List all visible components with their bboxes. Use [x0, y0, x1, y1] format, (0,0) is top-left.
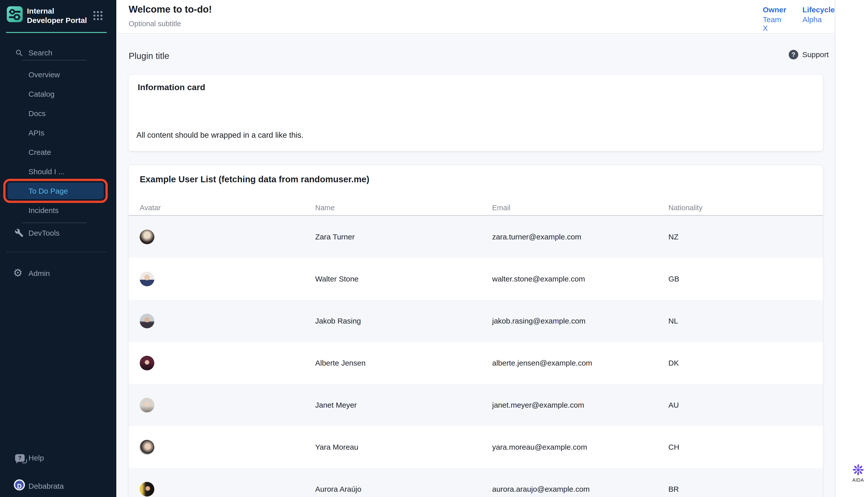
- avatar-cell: [129, 440, 304, 454]
- sidebar-item-to-do-page[interactable]: To Do Page: [0, 181, 116, 201]
- user-nationality: CH: [657, 443, 823, 451]
- user-photo-avatar: [140, 356, 154, 370]
- user-list-title: Example User List (fetching data from ra…: [140, 174, 369, 184]
- table-row: Walter Stonewalter.stone@example.comGB: [129, 258, 823, 300]
- user-email: yara.moreau@example.com: [481, 443, 657, 451]
- user-nationality: BR: [657, 485, 823, 494]
- lifecycle-label[interactable]: Lifecycle: [802, 5, 835, 14]
- sidebar-item-label: Should I ...: [28, 162, 64, 181]
- app-title: Internal Developer Portal: [27, 6, 90, 25]
- search-underline: [22, 60, 87, 60]
- user-name: Janet Meyer: [304, 401, 481, 409]
- table-row: Janet Meyerjanet.meyer@example.comAU: [129, 384, 823, 426]
- user-photo-avatar: [140, 482, 154, 497]
- user-nationality: NZ: [657, 233, 823, 241]
- main-content: Plugin title ? Support Information card …: [116, 34, 835, 497]
- user-avatar: D: [14, 479, 25, 491]
- table-header-row: Avatar Name Email Nationality: [129, 200, 823, 215]
- aida-flower-icon: [852, 464, 865, 476]
- sidebar-item-label: DevTools: [28, 226, 59, 240]
- aida-label: AIDA: [848, 478, 868, 483]
- table-row: Zara Turnerzara.turner@example.comNZ: [129, 216, 823, 258]
- search-icon: [15, 49, 23, 57]
- wrench-icon: [15, 228, 24, 238]
- user-email: zara.turner@example.com: [481, 233, 657, 241]
- sidebar-divider: [22, 223, 87, 223]
- sidebar-item-label: APIs: [28, 123, 44, 142]
- header-meta: Owner Team X Lifecycle Alpha: [763, 5, 835, 32]
- lifecycle-value-link[interactable]: Alpha: [802, 15, 835, 24]
- sidebar-item-catalog[interactable]: Catalog: [0, 84, 116, 104]
- user-email: jakob.rasing@example.com: [481, 317, 657, 325]
- user-name: Alberte Jensen: [304, 359, 481, 367]
- column-header-name: Name: [304, 204, 481, 212]
- lifecycle-meta: Lifecycle Alpha: [802, 5, 835, 32]
- avatar-cell: [129, 230, 304, 244]
- information-card-body: All content should be wrapped in a card …: [136, 131, 303, 140]
- user-email: walter.stone@example.com: [481, 275, 657, 283]
- user-name: Walter Stone: [304, 275, 481, 283]
- sidebar-item-admin[interactable]: ⚙ Admin: [0, 266, 116, 281]
- apps-grid-icon[interactable]: [93, 11, 102, 20]
- sidebar-item-should-i[interactable]: Should I ...: [0, 162, 116, 181]
- avatar-cell: [129, 314, 304, 328]
- sidebar-item-apis[interactable]: APIs: [0, 123, 116, 142]
- owner-label[interactable]: Owner: [763, 5, 788, 14]
- avatar-cell: [129, 272, 304, 286]
- user-email: janet.meyer@example.com: [481, 401, 657, 409]
- avatar-cell: [129, 482, 304, 497]
- help-chat-icon: ?: [15, 454, 25, 462]
- sidebar-item-create[interactable]: Create: [0, 142, 116, 162]
- aida-assistant-widget[interactable]: AIDA: [848, 464, 868, 483]
- sidebar-item-label: To Do Page: [28, 181, 68, 201]
- owner-meta: Owner Team X: [763, 5, 788, 32]
- user-nationality: DK: [657, 359, 823, 367]
- information-card-title: Information card: [138, 82, 205, 92]
- sidebar: Internal Developer Portal Search Overvie…: [0, 0, 116, 497]
- sidebar-item-label: Help: [28, 452, 44, 464]
- support-button[interactable]: ? Support: [789, 50, 829, 59]
- user-email: alberte.jensen@example.com: [481, 359, 657, 367]
- user-nationality: NL: [657, 317, 823, 325]
- page-header: Welcome to to-do! Optional subtitle Owne…: [116, 0, 835, 34]
- sidebar-divider: [6, 252, 107, 252]
- user-name: Zara Turner: [304, 233, 481, 241]
- sidebar-item-docs[interactable]: Docs: [0, 104, 116, 123]
- sidebar-search[interactable]: Search: [0, 47, 116, 59]
- app-logo-icon[interactable]: [7, 6, 23, 22]
- user-photo-avatar: [140, 440, 154, 454]
- search-input[interactable]: Search: [28, 48, 52, 57]
- sidebar-user[interactable]: D Debabrata: [0, 478, 116, 495]
- sidebar-item-label: Admin: [28, 266, 50, 281]
- sidebar-item-label: Overview: [28, 65, 60, 84]
- avatar-cell: [129, 398, 304, 412]
- support-label: Support: [802, 51, 829, 59]
- page-title: Welcome to to-do!: [129, 4, 212, 15]
- table-body: Zara Turnerzara.turner@example.comNZWalt…: [129, 216, 823, 497]
- sidebar-item-overview[interactable]: Overview: [0, 65, 116, 84]
- table-row: Alberte Jensenalberte.jensen@example.com…: [129, 342, 823, 384]
- content-right-border: [835, 0, 835, 497]
- user-name: Debabrata: [28, 478, 64, 494]
- owner-value-link[interactable]: Team X: [763, 15, 788, 32]
- user-nationality: AU: [657, 401, 823, 409]
- user-photo-avatar: [140, 230, 154, 244]
- sidebar-accent-divider: [6, 32, 107, 33]
- question-circle-icon: ?: [789, 50, 798, 59]
- table-row: Jakob Rasingjakob.rasing@example.comNL: [129, 300, 823, 342]
- information-card: Information card All content should be w…: [129, 75, 823, 151]
- user-list-card: Example User List (fetching data from ra…: [129, 165, 823, 497]
- column-header-avatar: Avatar: [129, 204, 304, 212]
- sidebar-nav: OverviewCatalogDocsAPIsCreateShould I ..…: [0, 65, 116, 220]
- sidebar-item-devtools[interactable]: DevTools: [0, 226, 116, 240]
- user-photo-avatar: [140, 272, 154, 286]
- user-email: aurora.araujo@example.com: [481, 485, 657, 494]
- table-row: Yara Moreauyara.moreau@example.comCH: [129, 426, 823, 468]
- user-photo-avatar: [140, 314, 154, 328]
- sidebar-item-incidents[interactable]: Incidents: [0, 201, 116, 220]
- sidebar-item-help[interactable]: ? Help: [0, 452, 116, 466]
- sidebar-item-label: Catalog: [28, 84, 54, 104]
- avatar-cell: [129, 356, 304, 370]
- sidebar-item-label: Docs: [28, 104, 46, 123]
- user-name: Yara Moreau: [304, 443, 481, 451]
